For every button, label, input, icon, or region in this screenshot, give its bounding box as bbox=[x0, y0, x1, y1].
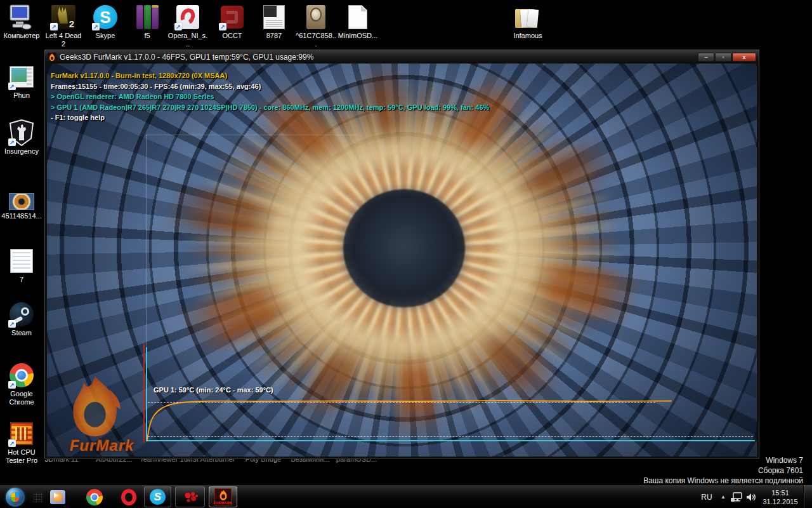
osd-line-renderer: > OpenGL renderer: AMD Radeon HD 7800 Se… bbox=[51, 91, 489, 102]
furmark-button-text: FURMARK bbox=[214, 501, 232, 505]
skype-icon: S bbox=[150, 489, 166, 505]
app-window-icon bbox=[7, 64, 36, 90]
chrome-icon bbox=[86, 489, 103, 505]
desktop-icon-steam[interactable]: Steam bbox=[1, 301, 42, 337]
osd-overlay: FurMark v1.17.0.0 - Burn-in test, 1280x7… bbox=[51, 70, 489, 123]
desktop-icon-label: Skype bbox=[85, 32, 126, 40]
desktop-icon-infamous[interactable]: Infamous bbox=[508, 4, 548, 40]
chrome-taskbar-button[interactable] bbox=[85, 485, 104, 508]
furmark-taskbar-button-active[interactable]: FURMARK bbox=[209, 486, 237, 507]
winrar-archive-icon bbox=[133, 4, 162, 30]
desktop-icon-label: MinimOSD... bbox=[337, 32, 378, 40]
desktop-icon-label: 8787 bbox=[254, 32, 294, 40]
desktop-icon-left4dead2[interactable]: 2 Left 4 Dead 2 bbox=[43, 4, 84, 48]
graph-faint-top-line bbox=[146, 135, 357, 135]
explorer-window-icon bbox=[7, 248, 36, 274]
red-dots-app-taskbar-button[interactable] bbox=[175, 486, 205, 507]
hot-cpu-tester-icon bbox=[7, 420, 36, 447]
windows-media-player-button[interactable] bbox=[48, 485, 67, 508]
folder-icon bbox=[513, 4, 542, 30]
tray-date: 31.12.2015 bbox=[763, 497, 797, 506]
shield-fist-icon bbox=[7, 119, 36, 146]
opera-installer-icon bbox=[173, 4, 202, 30]
maximize-button[interactable]: ▫ bbox=[715, 53, 731, 62]
blank-document-icon bbox=[343, 4, 372, 30]
graph-red-marker-line bbox=[143, 344, 145, 443]
window-file-icon bbox=[259, 4, 289, 30]
desktop-icon-phun[interactable]: Phun bbox=[1, 64, 42, 100]
taskbar: S FURMARK RU ▲ 15:51 31.12.2015 bbox=[0, 485, 812, 508]
desktop-icon-label: Left 4 Dead 2 bbox=[43, 32, 84, 48]
image-thumbnail-icon bbox=[7, 192, 36, 211]
faint-grid-icon[interactable] bbox=[32, 485, 44, 508]
opera-icon bbox=[121, 489, 136, 505]
furmark-flame-logo-icon bbox=[55, 375, 150, 438]
desktop-icon-skype[interactable]: S Skype bbox=[85, 4, 126, 40]
desktop-icon-label: Insurgency bbox=[1, 147, 42, 156]
computer-icon bbox=[7, 4, 36, 30]
desktop-icon-451148514[interactable]: 451148514... bbox=[1, 192, 42, 220]
desktop-icon-label: OCCT bbox=[212, 32, 252, 40]
furmark-icon: FURMARK bbox=[214, 488, 232, 505]
osd-line-benchmark: FurMark v1.17.0.0 - Burn-in test, 1280x7… bbox=[51, 70, 489, 81]
windows-media-player-icon bbox=[50, 490, 65, 504]
desktop-icon-label: 7 bbox=[1, 276, 42, 284]
desktop-icon-occt[interactable]: OCCT bbox=[212, 4, 252, 40]
chrome-icon bbox=[7, 362, 36, 389]
steam-icon bbox=[7, 301, 36, 328]
picture-file-icon bbox=[301, 4, 331, 30]
occt-icon bbox=[218, 4, 247, 30]
furmark-titlebar[interactable]: Geeks3D FurMark v1.17.0.0 - 46FPS, GPU1 … bbox=[45, 50, 759, 64]
desktop-icon-opera-installer[interactable]: Opera_NI_s... bbox=[167, 4, 208, 48]
skype-taskbar-button[interactable]: S bbox=[144, 486, 171, 507]
opera-taskbar-button[interactable] bbox=[119, 485, 138, 508]
windows-activation-watermark: Windows 7 Сборка 7601 Ваша копия Windows… bbox=[643, 455, 803, 486]
tray-clock[interactable]: 15:51 31.12.2015 bbox=[759, 485, 802, 508]
language-indicator[interactable]: RU bbox=[696, 485, 717, 508]
furmark-logo-text: FurMark bbox=[55, 437, 150, 455]
desktop-icon-label: Opera_NI_s... bbox=[167, 32, 208, 48]
skype-icon: S bbox=[91, 4, 120, 30]
desktop-icon-label: 451148514... bbox=[1, 212, 42, 220]
furmark-flame-icon bbox=[48, 53, 56, 62]
tray-time: 15:51 bbox=[771, 488, 789, 497]
furmark-render-canvas: FurMark v1.17.0.0 - Burn-in test, 1280x7… bbox=[47, 64, 757, 457]
desktop-icon-61c7c858[interactable]: ^61C7C858... bbox=[296, 4, 336, 48]
furmark-logo-watermark: FurMark bbox=[55, 375, 150, 455]
network-tray-icon[interactable] bbox=[729, 485, 744, 508]
minimize-button[interactable]: – bbox=[698, 53, 714, 62]
gpu-temp-curve bbox=[146, 392, 679, 443]
red-dots-app-icon bbox=[181, 490, 199, 505]
watermark-line: Сборка 7601 bbox=[643, 465, 803, 476]
desktop-icon-8787[interactable]: 8787 bbox=[254, 4, 294, 40]
show-desktop-button[interactable] bbox=[803, 485, 812, 508]
desktop-icon-f5[interactable]: f5 bbox=[127, 4, 167, 40]
desktop-icon-label: f5 bbox=[127, 32, 167, 40]
desktop-icon-minimosd[interactable]: MinimOSD... bbox=[337, 4, 378, 40]
furmark-window: Geeks3D FurMark v1.17.0.0 - 46FPS, GPU1 … bbox=[44, 50, 759, 458]
osd-line-frames: Frames:15155 - time:00:05:30 - FPS:46 (m… bbox=[51, 81, 489, 92]
desktop-icon-computer[interactable]: Компьютер bbox=[1, 4, 42, 40]
close-button[interactable]: x bbox=[732, 53, 756, 62]
osd-line-help: - F1: toggle help bbox=[51, 112, 489, 123]
start-orb-icon bbox=[6, 488, 25, 507]
desktop-icon-label: Google Chrome bbox=[1, 390, 42, 406]
desktop-icon-label: Компьютер bbox=[1, 32, 42, 40]
desktop-icon-label: Infamous bbox=[508, 32, 548, 40]
start-button[interactable] bbox=[3, 485, 28, 508]
desktop-icon-google-chrome[interactable]: Google Chrome bbox=[1, 362, 42, 406]
left4dead2-game-icon: 2 bbox=[49, 4, 78, 30]
osd-line-gpu: > GPU 1 (AMD Radeon|R7 265|R7 270|R9 270… bbox=[51, 102, 489, 113]
window-title: Geeks3D FurMark v1.17.0.0 - 46FPS, GPU1 … bbox=[60, 53, 695, 62]
desktop-icon-label: ^61C7C858... bbox=[296, 32, 336, 48]
desktop-icon-7[interactable]: 7 bbox=[1, 248, 42, 284]
hidden-icons-arrow[interactable]: ▲ bbox=[717, 485, 729, 508]
desktop-icon-label: Steam bbox=[1, 329, 42, 337]
desktop-icon-label: Phun bbox=[1, 91, 42, 100]
volume-tray-icon[interactable] bbox=[744, 485, 758, 508]
desktop-icon-insurgency[interactable]: Insurgency bbox=[1, 119, 42, 156]
